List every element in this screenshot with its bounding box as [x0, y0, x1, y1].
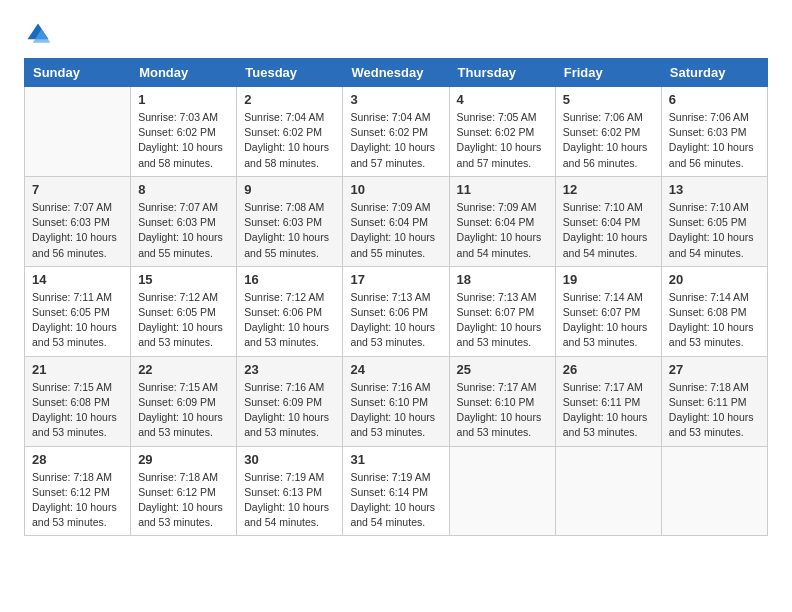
- calendar-cell: [25, 87, 131, 177]
- calendar-cell: 16Sunrise: 7:12 AMSunset: 6:06 PMDayligh…: [237, 266, 343, 356]
- day-info: Sunrise: 7:07 AMSunset: 6:03 PMDaylight:…: [32, 200, 123, 261]
- calendar-table: SundayMondayTuesdayWednesdayThursdayFrid…: [24, 58, 768, 536]
- calendar-header-monday: Monday: [131, 59, 237, 87]
- day-info: Sunrise: 7:06 AMSunset: 6:03 PMDaylight:…: [669, 110, 760, 171]
- calendar-week-row: 7Sunrise: 7:07 AMSunset: 6:03 PMDaylight…: [25, 176, 768, 266]
- day-number: 26: [563, 362, 654, 377]
- day-number: 15: [138, 272, 229, 287]
- day-info: Sunrise: 7:17 AMSunset: 6:10 PMDaylight:…: [457, 380, 548, 441]
- day-number: 29: [138, 452, 229, 467]
- day-number: 21: [32, 362, 123, 377]
- day-info: Sunrise: 7:13 AMSunset: 6:06 PMDaylight:…: [350, 290, 441, 351]
- logo: [24, 20, 56, 48]
- day-info: Sunrise: 7:16 AMSunset: 6:09 PMDaylight:…: [244, 380, 335, 441]
- calendar-cell: 26Sunrise: 7:17 AMSunset: 6:11 PMDayligh…: [555, 356, 661, 446]
- calendar-cell: 24Sunrise: 7:16 AMSunset: 6:10 PMDayligh…: [343, 356, 449, 446]
- day-number: 20: [669, 272, 760, 287]
- calendar-cell: 28Sunrise: 7:18 AMSunset: 6:12 PMDayligh…: [25, 446, 131, 536]
- calendar-cell: 2Sunrise: 7:04 AMSunset: 6:02 PMDaylight…: [237, 87, 343, 177]
- calendar-header-sunday: Sunday: [25, 59, 131, 87]
- calendar-cell: 18Sunrise: 7:13 AMSunset: 6:07 PMDayligh…: [449, 266, 555, 356]
- calendar-cell: 7Sunrise: 7:07 AMSunset: 6:03 PMDaylight…: [25, 176, 131, 266]
- day-number: 6: [669, 92, 760, 107]
- calendar-week-row: 14Sunrise: 7:11 AMSunset: 6:05 PMDayligh…: [25, 266, 768, 356]
- day-info: Sunrise: 7:04 AMSunset: 6:02 PMDaylight:…: [350, 110, 441, 171]
- calendar-cell: 10Sunrise: 7:09 AMSunset: 6:04 PMDayligh…: [343, 176, 449, 266]
- calendar-cell: 1Sunrise: 7:03 AMSunset: 6:02 PMDaylight…: [131, 87, 237, 177]
- day-number: 19: [563, 272, 654, 287]
- calendar-cell: 12Sunrise: 7:10 AMSunset: 6:04 PMDayligh…: [555, 176, 661, 266]
- calendar-header-wednesday: Wednesday: [343, 59, 449, 87]
- day-number: 11: [457, 182, 548, 197]
- day-number: 3: [350, 92, 441, 107]
- day-info: Sunrise: 7:17 AMSunset: 6:11 PMDaylight:…: [563, 380, 654, 441]
- day-info: Sunrise: 7:05 AMSunset: 6:02 PMDaylight:…: [457, 110, 548, 171]
- calendar-cell: 23Sunrise: 7:16 AMSunset: 6:09 PMDayligh…: [237, 356, 343, 446]
- day-info: Sunrise: 7:12 AMSunset: 6:06 PMDaylight:…: [244, 290, 335, 351]
- day-number: 12: [563, 182, 654, 197]
- day-number: 7: [32, 182, 123, 197]
- day-number: 17: [350, 272, 441, 287]
- day-info: Sunrise: 7:08 AMSunset: 6:03 PMDaylight:…: [244, 200, 335, 261]
- calendar-cell: [661, 446, 767, 536]
- day-number: 10: [350, 182, 441, 197]
- calendar-cell: 20Sunrise: 7:14 AMSunset: 6:08 PMDayligh…: [661, 266, 767, 356]
- day-info: Sunrise: 7:18 AMSunset: 6:11 PMDaylight:…: [669, 380, 760, 441]
- day-number: 13: [669, 182, 760, 197]
- calendar-cell: 13Sunrise: 7:10 AMSunset: 6:05 PMDayligh…: [661, 176, 767, 266]
- day-info: Sunrise: 7:18 AMSunset: 6:12 PMDaylight:…: [138, 470, 229, 531]
- calendar-cell: 14Sunrise: 7:11 AMSunset: 6:05 PMDayligh…: [25, 266, 131, 356]
- calendar-cell: 11Sunrise: 7:09 AMSunset: 6:04 PMDayligh…: [449, 176, 555, 266]
- calendar-week-row: 1Sunrise: 7:03 AMSunset: 6:02 PMDaylight…: [25, 87, 768, 177]
- day-number: 24: [350, 362, 441, 377]
- logo-icon: [24, 20, 52, 48]
- calendar-header-friday: Friday: [555, 59, 661, 87]
- day-info: Sunrise: 7:19 AMSunset: 6:14 PMDaylight:…: [350, 470, 441, 531]
- calendar-cell: 29Sunrise: 7:18 AMSunset: 6:12 PMDayligh…: [131, 446, 237, 536]
- calendar-cell: 21Sunrise: 7:15 AMSunset: 6:08 PMDayligh…: [25, 356, 131, 446]
- calendar-cell: [449, 446, 555, 536]
- calendar-cell: 9Sunrise: 7:08 AMSunset: 6:03 PMDaylight…: [237, 176, 343, 266]
- day-info: Sunrise: 7:13 AMSunset: 6:07 PMDaylight:…: [457, 290, 548, 351]
- calendar-cell: 25Sunrise: 7:17 AMSunset: 6:10 PMDayligh…: [449, 356, 555, 446]
- calendar-cell: 8Sunrise: 7:07 AMSunset: 6:03 PMDaylight…: [131, 176, 237, 266]
- day-number: 28: [32, 452, 123, 467]
- day-number: 27: [669, 362, 760, 377]
- calendar-cell: [555, 446, 661, 536]
- day-info: Sunrise: 7:19 AMSunset: 6:13 PMDaylight:…: [244, 470, 335, 531]
- calendar-cell: 17Sunrise: 7:13 AMSunset: 6:06 PMDayligh…: [343, 266, 449, 356]
- day-info: Sunrise: 7:15 AMSunset: 6:09 PMDaylight:…: [138, 380, 229, 441]
- day-info: Sunrise: 7:06 AMSunset: 6:02 PMDaylight:…: [563, 110, 654, 171]
- day-info: Sunrise: 7:14 AMSunset: 6:08 PMDaylight:…: [669, 290, 760, 351]
- day-number: 25: [457, 362, 548, 377]
- calendar-cell: 27Sunrise: 7:18 AMSunset: 6:11 PMDayligh…: [661, 356, 767, 446]
- calendar-cell: 5Sunrise: 7:06 AMSunset: 6:02 PMDaylight…: [555, 87, 661, 177]
- day-number: 2: [244, 92, 335, 107]
- day-info: Sunrise: 7:16 AMSunset: 6:10 PMDaylight:…: [350, 380, 441, 441]
- day-info: Sunrise: 7:10 AMSunset: 6:04 PMDaylight:…: [563, 200, 654, 261]
- calendar-cell: 22Sunrise: 7:15 AMSunset: 6:09 PMDayligh…: [131, 356, 237, 446]
- page-header: [24, 20, 768, 48]
- day-info: Sunrise: 7:09 AMSunset: 6:04 PMDaylight:…: [350, 200, 441, 261]
- calendar-header-tuesday: Tuesday: [237, 59, 343, 87]
- day-info: Sunrise: 7:10 AMSunset: 6:05 PMDaylight:…: [669, 200, 760, 261]
- day-info: Sunrise: 7:04 AMSunset: 6:02 PMDaylight:…: [244, 110, 335, 171]
- calendar-cell: 19Sunrise: 7:14 AMSunset: 6:07 PMDayligh…: [555, 266, 661, 356]
- calendar-cell: 15Sunrise: 7:12 AMSunset: 6:05 PMDayligh…: [131, 266, 237, 356]
- calendar-header-thursday: Thursday: [449, 59, 555, 87]
- day-number: 5: [563, 92, 654, 107]
- calendar-cell: 4Sunrise: 7:05 AMSunset: 6:02 PMDaylight…: [449, 87, 555, 177]
- day-info: Sunrise: 7:09 AMSunset: 6:04 PMDaylight:…: [457, 200, 548, 261]
- day-info: Sunrise: 7:11 AMSunset: 6:05 PMDaylight:…: [32, 290, 123, 351]
- day-number: 31: [350, 452, 441, 467]
- day-info: Sunrise: 7:07 AMSunset: 6:03 PMDaylight:…: [138, 200, 229, 261]
- calendar-cell: 31Sunrise: 7:19 AMSunset: 6:14 PMDayligh…: [343, 446, 449, 536]
- day-number: 18: [457, 272, 548, 287]
- calendar-header-saturday: Saturday: [661, 59, 767, 87]
- calendar-week-row: 28Sunrise: 7:18 AMSunset: 6:12 PMDayligh…: [25, 446, 768, 536]
- calendar-cell: 6Sunrise: 7:06 AMSunset: 6:03 PMDaylight…: [661, 87, 767, 177]
- day-number: 14: [32, 272, 123, 287]
- day-info: Sunrise: 7:03 AMSunset: 6:02 PMDaylight:…: [138, 110, 229, 171]
- calendar-cell: 30Sunrise: 7:19 AMSunset: 6:13 PMDayligh…: [237, 446, 343, 536]
- day-number: 22: [138, 362, 229, 377]
